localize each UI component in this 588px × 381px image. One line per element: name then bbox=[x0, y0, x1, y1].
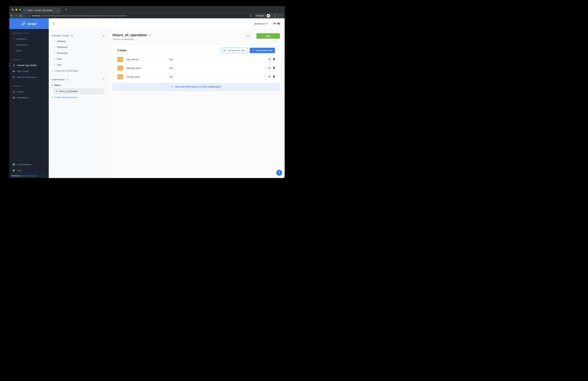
bullet-icon bbox=[13, 44, 14, 45]
shop-basket-icon bbox=[12, 96, 15, 99]
field-name: Closing_hours bbox=[126, 76, 140, 78]
edit-pencil-icon[interactable] bbox=[268, 75, 271, 78]
sidebar-item-roles-permissions[interactable]: Roles & Permissions bbox=[9, 74, 49, 80]
url-host: localhost bbox=[32, 15, 40, 17]
window-controls bbox=[12, 9, 21, 11]
add-field-to-component-button[interactable]: + ADD ANOTHER FIELD TO THIS COMPONENT bbox=[113, 83, 280, 91]
question-circle-icon: ? bbox=[12, 169, 15, 172]
cancel-button[interactable]: Cancel bbox=[242, 33, 254, 39]
back-chevron-button[interactable] bbox=[49, 18, 59, 29]
sidebar-item-documentation[interactable]: Documentation bbox=[9, 161, 49, 167]
back-icon[interactable] bbox=[9, 14, 14, 17]
field-name: Opening_hours bbox=[126, 67, 141, 69]
field-row[interactable]: Ab Closing_hours Text bbox=[113, 72, 280, 81]
delete-trash-icon[interactable] bbox=[273, 58, 275, 61]
bullet-icon bbox=[56, 91, 57, 92]
sidebar-item-files-upload[interactable]: Files Upload bbox=[9, 68, 49, 74]
minimize-window-button[interactable] bbox=[15, 9, 17, 11]
sidebar-item-restaurants[interactable]: Restaurants bbox=[9, 42, 49, 48]
forward-icon[interactable] bbox=[14, 14, 19, 17]
subnav-item-role[interactable]: Role bbox=[49, 56, 108, 62]
user-name: paulbocuse bbox=[254, 22, 265, 25]
plus-icon: + bbox=[52, 69, 53, 72]
close-window-button[interactable] bbox=[12, 9, 14, 11]
text-field-type-badge: Ab bbox=[117, 66, 123, 70]
bullet-icon bbox=[54, 41, 55, 42]
site-info-icon[interactable] bbox=[28, 15, 31, 17]
save-button[interactable]: Save bbox=[256, 33, 280, 39]
create-component-link[interactable]: + Create new component bbox=[49, 94, 108, 100]
builder-subnav: CONTENT TYPES 5 Category Permission Rest… bbox=[49, 29, 108, 178]
strapi-version-link[interactable]: Strapi v3.0.0-next.33 bbox=[21, 175, 37, 177]
powered-by-bar: Powered by Strapi v3.0.0-next.33 bbox=[9, 173, 49, 178]
chevron-down-icon bbox=[266, 23, 268, 24]
fields-count: 3 fields bbox=[117, 49, 221, 52]
sidebar-item-plugins[interactable]: Plugins bbox=[9, 89, 49, 95]
main-sidebar: CONTENT TYPES Categories Restaurants Use… bbox=[9, 29, 49, 178]
bullet-icon bbox=[54, 59, 55, 59]
text-field-type-badge: Ab bbox=[117, 57, 123, 62]
incognito-icon bbox=[267, 14, 270, 18]
edit-title-pencil-icon[interactable] bbox=[149, 34, 151, 36]
subnav-item-category[interactable]: Category bbox=[49, 38, 108, 44]
create-content-type-link[interactable]: + Create new content-type bbox=[49, 68, 108, 74]
component-count-badge: 1 bbox=[66, 78, 69, 81]
field-type: Text bbox=[169, 67, 173, 69]
user-menu[interactable]: paulbocuse bbox=[254, 22, 268, 25]
subnav-item-user[interactable]: User bbox=[49, 62, 108, 68]
delete-trash-icon[interactable] bbox=[273, 75, 275, 78]
maximize-window-button[interactable] bbox=[19, 9, 21, 11]
add-another-field-button[interactable]: + Add another field bbox=[250, 48, 275, 53]
sidebar-item-categories[interactable]: Categories bbox=[9, 36, 49, 42]
strapi-logo[interactable]: strapi bbox=[9, 18, 49, 29]
divider bbox=[270, 21, 271, 26]
users-group-icon bbox=[12, 76, 15, 78]
browser-menu-icon[interactable] bbox=[274, 14, 276, 17]
locale-switcher[interactable]: EN bbox=[273, 22, 280, 25]
fields-panel: 3 fields Configure the view + Add anothe… bbox=[113, 46, 280, 91]
sidebar-item-content-type-builder[interactable]: Content Type Builder bbox=[9, 62, 49, 68]
reload-icon[interactable] bbox=[19, 15, 23, 17]
field-row[interactable]: Ab Opening_hours Text bbox=[113, 64, 280, 72]
subnav-item-hours-of-operation-selected[interactable]: Hours_of_operation bbox=[53, 88, 104, 94]
locale-code: EN bbox=[273, 22, 276, 25]
strapi-admin: strapi paulbocuse EN CONTENT TYPES Ca bbox=[9, 18, 285, 178]
sliders-icon bbox=[223, 50, 226, 51]
help-floating-button[interactable]: ? bbox=[276, 170, 282, 176]
powered-by-label: Powered by bbox=[11, 175, 20, 177]
content-types-count-badge: 5 bbox=[71, 34, 74, 37]
bookmark-star-icon[interactable] bbox=[250, 14, 252, 18]
delete-trash-icon[interactable] bbox=[273, 67, 275, 70]
rocket-favicon-icon bbox=[24, 9, 26, 11]
sidebar-item-marketplace[interactable]: Marketplace bbox=[9, 95, 49, 100]
caret-down-icon bbox=[52, 85, 53, 86]
field-row[interactable]: Ab Day_interval Text bbox=[113, 55, 280, 64]
component-group-hours[interactable]: Hours bbox=[49, 82, 108, 88]
incognito-label: Incognito bbox=[256, 15, 264, 17]
bullet-icon bbox=[54, 53, 55, 53]
tab-strip: Strapi - Content Type Builder × + bbox=[9, 6, 285, 13]
new-tab-button[interactable]: + bbox=[64, 8, 68, 11]
strapi-rocket-icon bbox=[21, 22, 26, 26]
main-content: Hours_of_operation There is no descripti… bbox=[108, 29, 285, 178]
search-icon[interactable] bbox=[102, 35, 105, 37]
browser-toolbar: localhost:1337/admin/plugins/content-typ… bbox=[9, 13, 285, 18]
url-bar[interactable]: localhost:1337/admin/plugins/content-typ… bbox=[26, 14, 255, 18]
subnav-item-restaurant[interactable]: Restaurant bbox=[49, 50, 108, 56]
configure-view-button[interactable]: Configure the view bbox=[221, 48, 248, 53]
browser-tab[interactable]: Strapi - Content Type Builder × bbox=[22, 7, 61, 13]
sidebar-item-users[interactable]: Users bbox=[9, 48, 49, 54]
url-text: localhost:1337/admin/plugins/content-typ… bbox=[32, 15, 127, 17]
url-path: :1337/admin/plugins/content-type-builder… bbox=[40, 15, 127, 17]
edit-pencil-icon[interactable] bbox=[268, 58, 271, 61]
book-icon bbox=[12, 163, 15, 166]
tab-close-icon[interactable]: × bbox=[57, 9, 59, 11]
sidebar-item-help[interactable]: ? Help bbox=[9, 167, 49, 173]
search-icon[interactable] bbox=[102, 79, 105, 81]
edit-pencil-icon[interactable] bbox=[268, 67, 271, 70]
subnav-item-permission[interactable]: Permission bbox=[49, 44, 108, 50]
section-label-general: GENERAL bbox=[12, 85, 49, 87]
text-field-type-badge: Ab bbox=[117, 74, 123, 79]
section-label-plugins: PLUGINS bbox=[12, 59, 49, 61]
sidebar-spacer bbox=[9, 100, 49, 161]
